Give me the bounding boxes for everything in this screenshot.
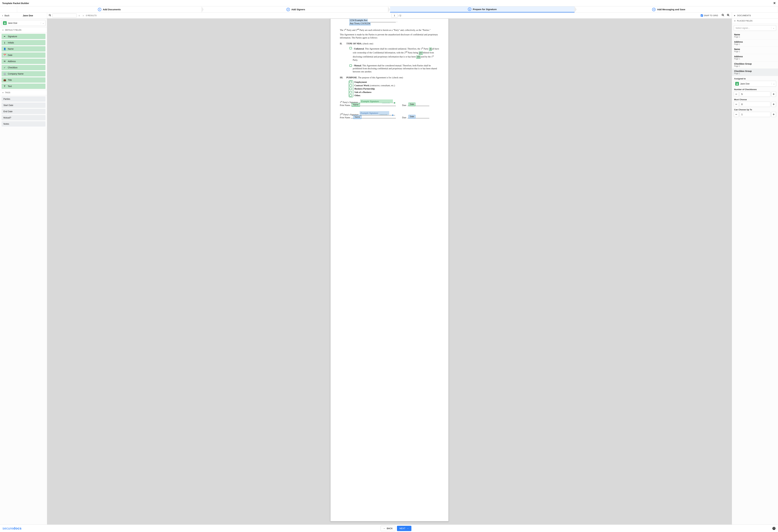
- default-fields-header[interactable]: ▼ DEFAULT FIELDS: [0, 27, 47, 32]
- tag-start-date[interactable]: Start Date: [2, 102, 46, 108]
- section-title: PURPOSE: [346, 76, 357, 79]
- must-choose-stepper: − +: [734, 102, 776, 107]
- placed-field-title: Checkbox Group: [734, 70, 776, 72]
- connector-dot-icon[interactable]: [392, 115, 393, 116]
- field-label: Text: [8, 85, 12, 87]
- tags-header[interactable]: ▼ TAGS: [0, 90, 47, 95]
- chevron-left-icon[interactable]: ‹: [2, 14, 3, 17]
- field-initials[interactable]: IInitials: [2, 40, 46, 45]
- checkbox-field[interactable]: [349, 64, 352, 67]
- connector-dot-icon[interactable]: [394, 102, 395, 104]
- signer-select[interactable]: Jane Doe ⌄: [2, 20, 46, 26]
- zoom-out-icon[interactable]: [721, 14, 725, 17]
- field-label: Initials: [8, 42, 14, 44]
- field-date[interactable]: 📅Date: [2, 53, 46, 58]
- collapse-icon: ▼: [2, 92, 4, 93]
- increment-button[interactable]: +: [771, 112, 776, 117]
- checkbox-group-border[interactable]: [349, 80, 353, 97]
- svg-point-10: [737, 83, 737, 84]
- placed-field-page: Page 1: [734, 65, 776, 67]
- checkbox-field[interactable]: [349, 47, 352, 49]
- increment-button[interactable]: +: [771, 102, 776, 107]
- number-checkboxes-input[interactable]: [740, 91, 770, 97]
- placed-field-title: Checkbox Group: [734, 63, 776, 65]
- placed-field-item-selected[interactable]: Checkbox GroupPage 1: [732, 69, 778, 76]
- field-title[interactable]: 💼Title: [2, 77, 46, 83]
- document-page[interactable]: 1234 Example Ave Any Town, CA 91234 . Th…: [330, 18, 449, 521]
- brand-tag: contractworks: [380, 113, 387, 116]
- next-button[interactable]: NEXT →: [397, 526, 411, 531]
- placed-address-line1[interactable]: 1234 Example Ave: [349, 19, 368, 22]
- step-add-signers[interactable]: 2 Add Signers: [204, 6, 388, 12]
- close-icon[interactable]: ✕: [773, 1, 776, 5]
- step-add-documents[interactable]: 1 Add Documents: [17, 6, 202, 12]
- name-field-party1[interactable]: Name: [352, 103, 360, 106]
- document-canvas[interactable]: 1234 Example Ave Any Town, CA 91234 . Th…: [47, 18, 732, 525]
- chevron-down-icon: ⌄: [771, 27, 774, 29]
- field-company[interactable]: 🏢Company Name: [2, 71, 46, 76]
- help-icon[interactable]: ?: [772, 527, 776, 530]
- date-field-party1[interactable]: Date: [408, 102, 415, 106]
- tag-end-date[interactable]: End Date: [2, 109, 46, 114]
- toolbar-right[interactable]: ▶ DOCUMENTS: [732, 13, 778, 18]
- search-input[interactable]: [53, 13, 77, 18]
- page-total: / 2: [399, 14, 401, 17]
- placed-field-page: Page 1: [734, 58, 776, 60]
- placed-field-item[interactable]: AddressPage 1: [732, 54, 778, 61]
- back-button[interactable]: ← BACK: [381, 526, 395, 531]
- next-result-icon[interactable]: ›: [82, 14, 85, 17]
- placed-field-item[interactable]: NamePage 1: [732, 47, 778, 54]
- brand-tag: contractworks: [382, 102, 390, 104]
- field-name[interactable]: 👤Name: [2, 46, 46, 52]
- decrement-button[interactable]: −: [734, 91, 739, 97]
- field-label: Title: [8, 79, 12, 81]
- prev-result-icon[interactable]: ‹: [78, 14, 81, 17]
- snap-to-grid-checkbox[interactable]: [701, 14, 703, 17]
- select-signer-dropdown[interactable]: Select signer... ⌄: [734, 25, 776, 31]
- field-signature[interactable]: ✒Signature: [2, 34, 46, 39]
- collapse-icon: ▼: [2, 29, 4, 31]
- can-choose-input[interactable]: [740, 112, 770, 117]
- section-type-nda: II. TYPE OF NDA. (check one) - Unilatera…: [340, 42, 439, 73]
- placed-field-item[interactable]: NamePage 1: [732, 32, 778, 40]
- field-checkbox[interactable]: ✓Checkbox: [2, 65, 46, 70]
- chevron-down-icon: ⌄: [771, 83, 775, 85]
- tag-parties[interactable]: Parties: [2, 96, 46, 102]
- placed-fields-header[interactable]: ▼ PLACED FIELDS: [732, 18, 778, 23]
- date-field-party2[interactable]: Date: [408, 115, 415, 119]
- back-label[interactable]: Back: [4, 14, 9, 17]
- purpose-option: - Contract Work (contractor, consultant,…: [346, 84, 439, 87]
- date-label: Date: [402, 104, 406, 106]
- snap-to-grid-label: SNAP TO GRID: [704, 14, 718, 17]
- placed-field-item[interactable]: AddressPage 1: [732, 40, 778, 47]
- briefcase-icon: 💼: [3, 79, 6, 81]
- step-number-icon: 3: [468, 7, 471, 11]
- tag-mutual[interactable]: Mutual?: [2, 115, 46, 120]
- envelope-icon: ✉: [3, 60, 6, 63]
- must-choose-input[interactable]: [740, 102, 770, 107]
- search-icon[interactable]: [49, 14, 51, 17]
- increment-button[interactable]: +: [771, 91, 776, 97]
- assigned-to-select[interactable]: Jane Doe ⌄: [734, 81, 776, 87]
- purpose-option: - Employment: [346, 81, 439, 84]
- building-icon: 🏢: [3, 73, 6, 75]
- step-prepare-signature[interactable]: 3 Prepare for Signature: [390, 6, 574, 12]
- placed-field-page: Page 1: [734, 51, 776, 53]
- calendar-icon: 📅: [3, 54, 6, 56]
- name-field-party2[interactable]: Name: [353, 115, 362, 119]
- svg-point-0: [49, 14, 51, 16]
- tag-notes[interactable]: Notes: [2, 121, 46, 127]
- play-icon: ▶: [734, 14, 735, 16]
- zoom-in-icon[interactable]: [726, 14, 730, 17]
- decrement-button[interactable]: −: [734, 112, 739, 117]
- page-input[interactable]: [391, 13, 398, 18]
- placed-field-item[interactable]: Checkbox GroupPage 1: [732, 61, 778, 69]
- step-label: Add Documents: [103, 8, 121, 11]
- field-label: Date: [8, 54, 12, 56]
- field-address[interactable]: ✉Address: [2, 59, 46, 64]
- step-add-messaging[interactable]: 4 Add Messaging and Save: [577, 6, 761, 12]
- option-mutual: - Mutual. This Agreement shall be consid…: [346, 64, 439, 73]
- field-text[interactable]: TText: [2, 84, 46, 89]
- placed-address-line2[interactable]: Any Town, CA 91234: [349, 22, 371, 25]
- decrement-button[interactable]: −: [734, 102, 739, 107]
